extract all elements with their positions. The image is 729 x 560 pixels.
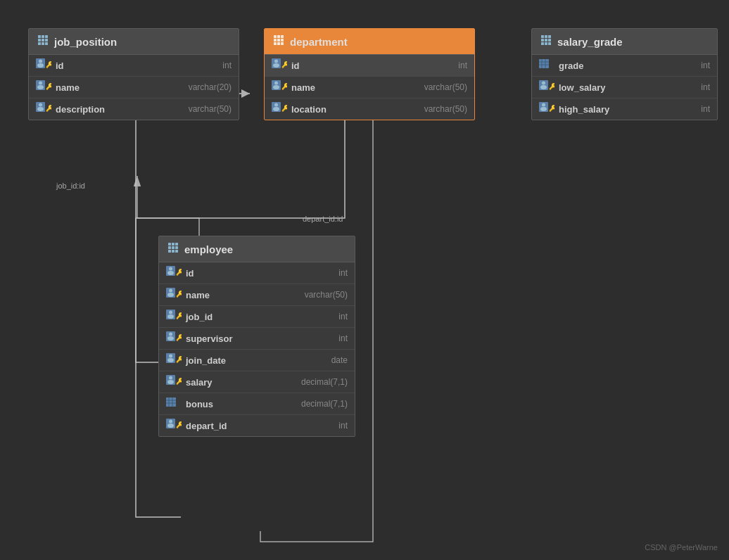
- field-row-sg-low: 🔑 low_salary int: [532, 77, 717, 98]
- fk-icon-emp-jdate: 🔑: [166, 353, 182, 367]
- svg-point-78: [169, 267, 172, 271]
- field-row-emp-jobid: 🔑 job_id int: [159, 306, 355, 328]
- svg-text:🔑: 🔑: [46, 61, 51, 69]
- svg-text:🔑: 🔑: [281, 104, 287, 113]
- svg-rect-47: [545, 35, 547, 38]
- svg-rect-27: [281, 35, 284, 38]
- field-sg-high-type: int: [701, 104, 710, 114]
- table-dept-grid-icon: [273, 34, 284, 49]
- svg-point-99: [167, 380, 174, 384]
- svg-point-107: [169, 420, 172, 424]
- field-row-jp-description: 🔑 description varchar(50): [29, 98, 239, 120]
- field-sg-low-name: low_salary: [559, 82, 697, 93]
- svg-rect-53: [545, 42, 547, 45]
- field-row-emp-bonus: bonus decimal(7,1): [159, 393, 355, 415]
- field-sg-grade-name: grade: [559, 61, 697, 71]
- svg-point-91: [167, 336, 174, 341]
- svg-point-35: [274, 60, 278, 63]
- svg-rect-29: [277, 39, 280, 42]
- field-jp-desc-type: varchar(50): [189, 104, 232, 114]
- svg-point-83: [167, 293, 174, 297]
- field-dept-id-type: int: [458, 61, 467, 70]
- field-dept-loc-name: location: [291, 104, 420, 115]
- svg-point-65: [542, 103, 545, 107]
- field-emp-jdate-type: date: [331, 355, 348, 365]
- field-emp-salary-name: salary: [186, 377, 297, 388]
- field-emp-name-type: varchar(50): [305, 290, 348, 300]
- table-employee-title: employee: [184, 243, 233, 255]
- table-job-position-header: job_position: [29, 29, 239, 55]
- table-employee-header: employee: [159, 236, 355, 262]
- svg-rect-33: [281, 42, 284, 45]
- svg-rect-7: [38, 39, 41, 42]
- field-emp-salary-type: decimal(7,1): [301, 377, 348, 387]
- field-row-sg-high: 🔑 high_salary int: [532, 98, 717, 120]
- svg-rect-68: [168, 243, 171, 246]
- svg-rect-101: [166, 397, 176, 407]
- svg-rect-73: [175, 246, 178, 249]
- svg-rect-10: [38, 42, 41, 45]
- svg-point-14: [39, 60, 42, 63]
- svg-rect-51: [548, 39, 551, 42]
- pk-icon-dept-id: 🔑: [272, 58, 287, 72]
- table-sg-grid-icon: [540, 34, 552, 49]
- pk-icon-dept-loc: 🔑: [272, 102, 287, 116]
- svg-point-94: [169, 355, 172, 358]
- field-row-emp-id: 🔑 id int: [159, 262, 355, 284]
- field-jp-name-name: name: [56, 82, 184, 93]
- table-department-title: department: [290, 36, 348, 48]
- svg-text:🔑: 🔑: [549, 104, 554, 113]
- rel-label-job: job_id:id: [56, 182, 85, 190]
- table-emp-grid-icon: [167, 242, 179, 256]
- svg-text:🔑: 🔑: [46, 104, 51, 113]
- svg-rect-8: [42, 39, 44, 42]
- svg-rect-46: [541, 35, 544, 38]
- svg-point-87: [167, 314, 174, 319]
- field-jp-id-type: int: [222, 61, 232, 70]
- field-row-emp-supervisor: 🔑 supervisor int: [159, 328, 355, 350]
- col-icon-emp-bonus: [166, 397, 182, 411]
- svg-text:🔑: 🔑: [176, 268, 182, 276]
- table-grid-icon: [37, 34, 49, 49]
- svg-rect-54: [548, 42, 551, 45]
- svg-point-43: [274, 103, 278, 107]
- fk-icon-emp-name: 🔑: [166, 288, 182, 302]
- svg-text:🔑: 🔑: [176, 333, 182, 342]
- field-emp-id-name: id: [186, 268, 334, 279]
- field-dept-name-type: varchar(50): [424, 82, 467, 92]
- field-dept-name-name: name: [291, 82, 420, 93]
- field-jp-desc-name: description: [56, 104, 184, 115]
- svg-rect-70: [175, 243, 178, 246]
- fk-icon-jp-desc: 🔑: [36, 102, 51, 116]
- field-row-dept-name: 🔑 name varchar(50): [265, 77, 474, 98]
- field-row-jp-name: 🔑 name varchar(20): [29, 77, 239, 98]
- svg-point-39: [274, 82, 278, 85]
- svg-rect-30: [281, 39, 284, 42]
- field-row-jp-id: 🔑 id int: [29, 55, 239, 77]
- svg-point-15: [37, 63, 44, 68]
- field-row-emp-name: 🔑 name varchar(50): [159, 284, 355, 306]
- svg-point-36: [273, 63, 279, 68]
- svg-rect-28: [274, 39, 277, 42]
- svg-point-79: [167, 271, 174, 275]
- svg-rect-76: [175, 250, 178, 253]
- field-emp-sup-name: supervisor: [186, 333, 334, 344]
- svg-text:🔑: 🔑: [549, 82, 554, 91]
- pk-icon-emp-id: 🔑: [166, 266, 182, 280]
- field-row-emp-salary: 🔑 salary decimal(7,1): [159, 371, 355, 393]
- pk-icon-dept-name: 🔑: [272, 80, 287, 94]
- svg-rect-11: [42, 42, 44, 45]
- field-row-dept-location: 🔑 location varchar(50): [265, 98, 474, 120]
- table-employee: employee 🔑 id int 🔑: [158, 236, 355, 437]
- svg-rect-31: [274, 42, 277, 45]
- svg-rect-49: [541, 39, 544, 42]
- fk-icon-jp-name: 🔑: [36, 80, 51, 94]
- svg-text:🔑: 🔑: [176, 421, 182, 429]
- pk-icon-sg-low: 🔑: [539, 80, 554, 94]
- svg-point-86: [169, 311, 172, 314]
- svg-text:🔑: 🔑: [176, 290, 182, 298]
- svg-point-66: [540, 107, 547, 111]
- fk-icon-emp-departid: 🔑: [166, 419, 182, 433]
- svg-point-95: [167, 358, 174, 362]
- svg-rect-26: [277, 35, 280, 38]
